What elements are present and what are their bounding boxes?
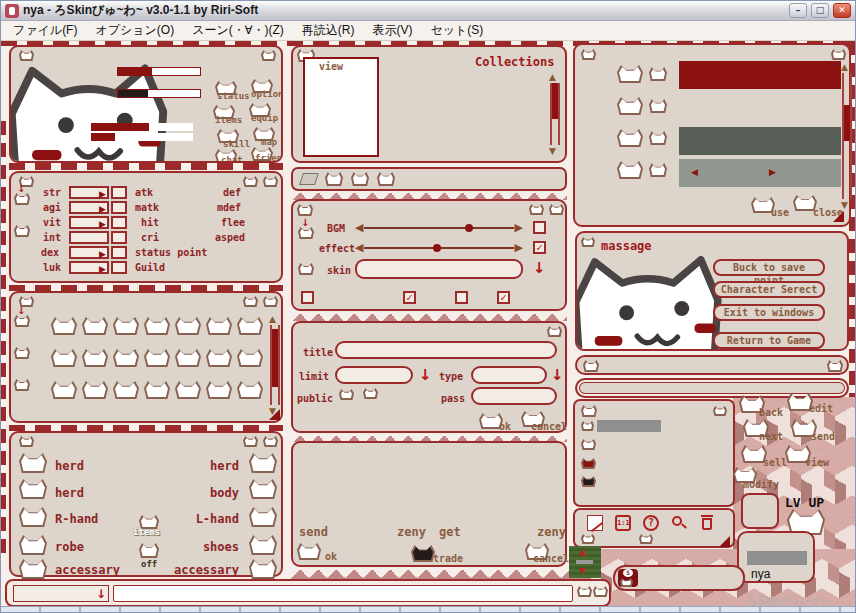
menu-reload[interactable]: 再読込(R): [294, 20, 363, 41]
list-row-cat-small[interactable]: [649, 131, 667, 145]
list-row-cat-small[interactable]: [649, 67, 667, 81]
scroll-thumb[interactable]: [552, 83, 558, 119]
minimap-up-icon[interactable]: [579, 548, 586, 557]
list-item-cat-red[interactable]: [581, 458, 596, 469]
scroll-thumb[interactable]: [844, 105, 850, 141]
list-item-cat-black[interactable]: [581, 476, 596, 487]
item-list-scrollbar[interactable]: [842, 73, 852, 199]
chat-target-select[interactable]: [13, 585, 109, 602]
cat-icon[interactable]: [581, 237, 595, 247]
actual-size-icon[interactable]: 1:1: [615, 515, 631, 531]
item-slot[interactable]: [175, 317, 201, 335]
skin-input[interactable]: [355, 259, 523, 279]
item-slot[interactable]: [51, 317, 77, 335]
cat-icon[interactable]: [639, 534, 653, 544]
chat-log-bar[interactable]: [575, 355, 849, 375]
public-toggle-on[interactable]: [339, 389, 354, 400]
stat-add-agi[interactable]: [111, 201, 127, 214]
item-slot[interactable]: [82, 317, 108, 335]
cat-icon[interactable]: [263, 176, 278, 187]
cat-icon[interactable]: [325, 172, 343, 186]
equip-slot-robe[interactable]: [19, 535, 47, 555]
option-checkbox-4[interactable]: ✓: [497, 291, 510, 304]
option-checkbox-3[interactable]: [455, 291, 468, 304]
item-slot[interactable]: [206, 381, 232, 399]
cat-icon[interactable]: [577, 586, 592, 597]
item-slot[interactable]: [113, 381, 139, 399]
item-slot[interactable]: [51, 349, 77, 367]
item-slot[interactable]: [206, 317, 232, 335]
cat-icon[interactable]: [261, 50, 276, 61]
resize-grip[interactable]: [269, 409, 280, 420]
bgm-slider-thumb[interactable]: [465, 224, 473, 232]
selected-item-bar[interactable]: [597, 420, 661, 432]
return-to-game-button[interactable]: Return to Game: [713, 332, 825, 349]
type-dropdown-icon[interactable]: [551, 368, 564, 383]
cat-icon[interactable]: [581, 405, 597, 417]
list-item-cat[interactable]: [581, 439, 596, 450]
equip-slot-rhand[interactable]: [19, 507, 47, 527]
card-icon[interactable]: [299, 173, 319, 185]
title-bar[interactable]: nya - ろSkinびゅ~わ~ v3.0-1.1 by Riri-Soft –…: [1, 1, 855, 21]
back-to-save-button[interactable]: Buck to save point: [713, 259, 825, 276]
cat-icon[interactable]: [14, 347, 30, 359]
cat-icon[interactable]: [827, 360, 843, 372]
equip-slot-head-top[interactable]: [19, 453, 47, 473]
list-row-cat[interactable]: [617, 129, 643, 147]
preview-box[interactable]: [741, 493, 779, 529]
equip-slot-lhand[interactable]: [249, 507, 277, 527]
search-icon[interactable]: [671, 515, 687, 531]
list-item-cat[interactable]: [581, 421, 594, 431]
stat-add-int[interactable]: [111, 231, 127, 244]
minimap[interactable]: [569, 546, 601, 578]
equip-slot-shoes[interactable]: [249, 535, 277, 555]
item-slot[interactable]: [144, 349, 170, 367]
list-row-cat-small[interactable]: [649, 163, 667, 177]
stat-add-vit[interactable]: [111, 216, 127, 229]
minimap-zoom-bar[interactable]: [576, 560, 593, 564]
equip-slot-accessory-r[interactable]: [249, 559, 277, 579]
stat-add-dex[interactable]: [111, 246, 127, 259]
stat-value-str[interactable]: [69, 186, 109, 199]
stat-value-agi[interactable]: [69, 201, 109, 214]
stat-value-dex[interactable]: [69, 246, 109, 259]
value-bar[interactable]: [747, 551, 807, 565]
cat-icon[interactable]: [263, 296, 278, 307]
cat-icon[interactable]: [713, 406, 727, 416]
cat-icon[interactable]: [263, 436, 278, 447]
chat-input[interactable]: [113, 585, 573, 602]
cat-icon[interactable]: [351, 172, 369, 186]
bgm-slider[interactable]: [355, 221, 523, 235]
item-slot[interactable]: [144, 317, 170, 335]
effect-slider[interactable]: [355, 241, 523, 255]
item-slot[interactable]: [237, 381, 263, 399]
player-name-bar[interactable]: S: [613, 565, 745, 591]
item-slot[interactable]: [237, 349, 263, 367]
item-slot[interactable]: [82, 381, 108, 399]
effect-checkbox[interactable]: ✓: [533, 241, 546, 254]
menu-view[interactable]: 表示(V): [364, 20, 420, 41]
help-icon[interactable]: ?: [643, 515, 659, 531]
list-bar-4[interactable]: [679, 159, 841, 187]
resize-grip[interactable]: [833, 211, 844, 222]
cat-icon[interactable]: [298, 263, 314, 275]
limit-dropdown-icon[interactable]: [419, 368, 432, 383]
scroll-down-icon[interactable]: [549, 147, 556, 156]
view-box[interactable]: [303, 57, 379, 157]
chat-dropdown-icon[interactable]: [96, 587, 106, 602]
edit-icon[interactable]: [587, 515, 603, 531]
trash-icon[interactable]: [699, 515, 715, 531]
bar-right-icon[interactable]: [769, 168, 776, 177]
item-slot[interactable]: [175, 349, 201, 367]
item-slot[interactable]: [237, 317, 263, 335]
cat-icon[interactable]: [583, 360, 599, 372]
cat-icon[interactable]: [14, 379, 30, 391]
cat-icon[interactable]: [581, 534, 595, 544]
list-bar-3[interactable]: [679, 127, 841, 155]
menu-soon[interactable]: スーン(・∀・)(Z): [184, 20, 292, 41]
list-row-cat-small[interactable]: [649, 99, 667, 113]
item-slot[interactable]: [113, 317, 139, 335]
stat-add-str[interactable]: [111, 186, 127, 199]
type-input[interactable]: [471, 366, 547, 384]
cat-icon[interactable]: [243, 296, 258, 307]
